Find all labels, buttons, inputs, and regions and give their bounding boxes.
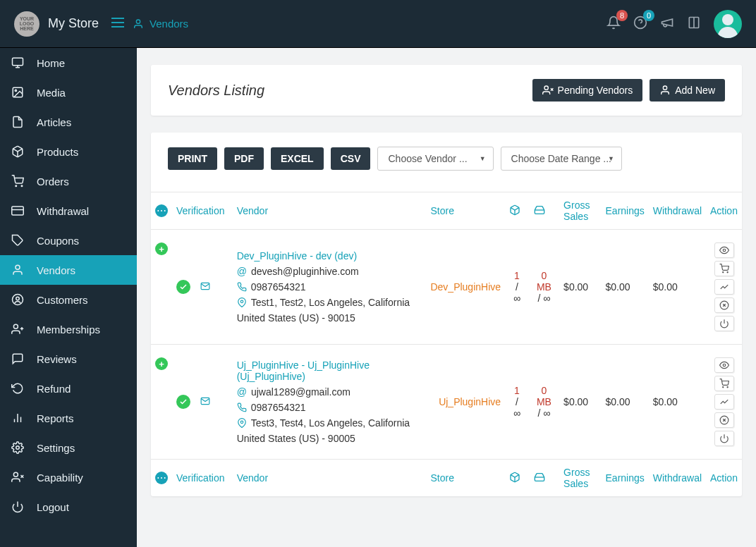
cart-action-icon[interactable] bbox=[714, 261, 734, 276]
mail-icon[interactable] bbox=[199, 397, 212, 408]
logo: YOUR LOGO HERE bbox=[14, 11, 39, 37]
expand-row-icon[interactable]: + bbox=[155, 242, 168, 255]
sidebar-item-memberships[interactable]: Memberships bbox=[0, 314, 137, 344]
th-verification[interactable]: Verification bbox=[172, 192, 233, 230]
store-link[interactable]: Uj_PluginHive bbox=[439, 396, 501, 407]
help-icon[interactable]: 0 bbox=[633, 16, 647, 32]
csv-button[interactable]: CSV bbox=[331, 147, 371, 170]
sidebar-item-articles[interactable]: Articles bbox=[0, 107, 137, 137]
sidebar-item-products[interactable]: Products bbox=[0, 137, 137, 166]
card-icon bbox=[11, 204, 24, 217]
vendor-filter-dropdown[interactable]: Choose Vendor ... bbox=[377, 147, 493, 171]
vendor-name-link[interactable]: Uj_PluginHive - Uj_PluginHive (Uj_Plugin… bbox=[237, 359, 422, 382]
sidebar-item-label: Coupons bbox=[37, 235, 79, 247]
svg-point-45 bbox=[240, 421, 243, 424]
product-limit-max: ∞ bbox=[513, 293, 520, 304]
sidebar-item-capability[interactable]: Capability bbox=[0, 462, 137, 492]
tf-verification[interactable]: Verification bbox=[172, 460, 233, 497]
power-icon bbox=[11, 500, 24, 513]
sidebar-item-orders[interactable]: Orders bbox=[0, 166, 137, 196]
sidebar-item-coupons[interactable]: Coupons bbox=[0, 226, 137, 255]
stats-action-icon[interactable] bbox=[714, 394, 734, 410]
sidebar-item-reports[interactable]: Reports bbox=[0, 403, 137, 433]
vendors-table: ⋯ Verification Vendor Store Gross Sales bbox=[151, 192, 742, 496]
table-row: + Uj_PluginHive - Uj_PluginHive (Uj_Plug… bbox=[151, 345, 742, 460]
svg-rect-5 bbox=[13, 58, 23, 66]
th-action[interactable]: Action bbox=[706, 192, 742, 230]
stats-action-icon[interactable] bbox=[714, 279, 734, 295]
sidebar-item-label: Settings bbox=[37, 442, 75, 454]
vendor-phone: 0987654321 bbox=[251, 402, 306, 413]
excel-button[interactable]: EXCEL bbox=[271, 147, 324, 170]
tf-disk-icon[interactable] bbox=[529, 460, 559, 497]
vendor-address2: United States (US) - 90005 bbox=[237, 433, 422, 444]
sidebar-item-customers[interactable]: Customers bbox=[0, 285, 137, 314]
disk-max: / ∞ bbox=[538, 407, 551, 419]
sidebar-item-label: Customers bbox=[37, 294, 88, 306]
tf-action[interactable]: Action bbox=[706, 460, 742, 497]
withdrawal-value: $0.00 bbox=[649, 345, 706, 460]
svg-point-12 bbox=[21, 185, 23, 187]
tf-gross[interactable]: Gross Sales bbox=[559, 460, 601, 497]
earnings-value: $0.00 bbox=[602, 345, 649, 460]
pending-vendors-button[interactable]: Pending Vendors bbox=[532, 79, 643, 102]
sidebar-item-home[interactable]: Home bbox=[0, 48, 137, 78]
notifications-icon[interactable]: 8 bbox=[606, 16, 621, 32]
th-withdrawal[interactable]: Withdrawal bbox=[649, 192, 706, 230]
expand-all-icon[interactable]: ⋯ bbox=[155, 204, 168, 217]
sidebar-item-label: Media bbox=[37, 87, 66, 99]
view-action-icon[interactable] bbox=[714, 242, 734, 258]
mail-icon[interactable] bbox=[199, 282, 212, 293]
expand-all-icon[interactable]: ⋯ bbox=[155, 472, 168, 484]
svg-point-18 bbox=[16, 297, 20, 300]
pdf-button[interactable]: PDF bbox=[224, 147, 264, 170]
add-new-button[interactable]: Add New bbox=[650, 79, 725, 102]
hamburger-icon[interactable] bbox=[111, 18, 124, 30]
th-store[interactable]: Store bbox=[426, 192, 505, 230]
book-icon[interactable] bbox=[687, 16, 701, 32]
tf-vendor[interactable]: Vendor bbox=[233, 460, 427, 497]
th-products-icon[interactable] bbox=[505, 192, 529, 230]
breadcrumb[interactable]: Vendors bbox=[133, 18, 188, 30]
vendor-name-link[interactable]: Dev_PluginHive - dev (dev) bbox=[237, 250, 422, 262]
svg-point-19 bbox=[13, 324, 18, 328]
power-action-icon[interactable] bbox=[714, 316, 734, 331]
th-disk-icon[interactable] bbox=[529, 192, 559, 230]
cancel-action-icon[interactable] bbox=[714, 297, 734, 313]
vendor-address1: Test3, Test4, Los Angeles, California bbox=[251, 417, 410, 429]
expand-row-icon[interactable]: + bbox=[155, 357, 168, 370]
sidebar-item-vendors[interactable]: Vendors bbox=[0, 255, 137, 285]
sidebar-item-media[interactable]: Media bbox=[0, 78, 137, 107]
svg-point-37 bbox=[723, 249, 726, 252]
cancel-action-icon[interactable] bbox=[714, 412, 734, 428]
power-action-icon[interactable] bbox=[714, 431, 734, 446]
date-range-dropdown[interactable]: Choose Date Range ... bbox=[501, 147, 622, 171]
store-link[interactable]: Dev_PluginHive bbox=[430, 281, 501, 293]
print-button[interactable]: PRINT bbox=[168, 147, 217, 170]
cart-action-icon[interactable] bbox=[714, 376, 734, 391]
gears-icon bbox=[11, 441, 24, 454]
tf-withdrawal[interactable]: Withdrawal bbox=[649, 460, 706, 497]
sidebar-item-refund[interactable]: Refund bbox=[0, 374, 137, 403]
sidebar-item-withdrawal[interactable]: Withdrawal bbox=[0, 196, 137, 226]
chat-icon bbox=[11, 352, 24, 365]
sidebar-item-settings[interactable]: Settings bbox=[0, 433, 137, 462]
view-action-icon[interactable] bbox=[714, 357, 734, 373]
tf-store[interactable]: Store bbox=[426, 460, 505, 497]
user-x-icon bbox=[11, 471, 24, 484]
tf-earnings[interactable]: Earnings bbox=[602, 460, 649, 497]
announcement-icon[interactable] bbox=[660, 16, 674, 32]
sidebar-item-logout[interactable]: Logout bbox=[0, 492, 137, 522]
earnings-value: $0.00 bbox=[602, 230, 649, 345]
tag-icon bbox=[11, 234, 24, 247]
th-vendor[interactable]: Vendor bbox=[233, 192, 427, 230]
withdrawal-value: $0.00 bbox=[649, 230, 706, 345]
sidebar-item-label: Articles bbox=[37, 116, 71, 128]
svg-point-39 bbox=[727, 272, 728, 273]
tf-products-icon[interactable] bbox=[505, 460, 529, 497]
sidebar-item-reviews[interactable]: Reviews bbox=[0, 344, 137, 374]
avatar[interactable] bbox=[714, 10, 742, 38]
th-earnings[interactable]: Earnings bbox=[602, 192, 649, 230]
svg-point-25 bbox=[16, 446, 20, 450]
th-gross[interactable]: Gross Sales bbox=[559, 192, 601, 230]
